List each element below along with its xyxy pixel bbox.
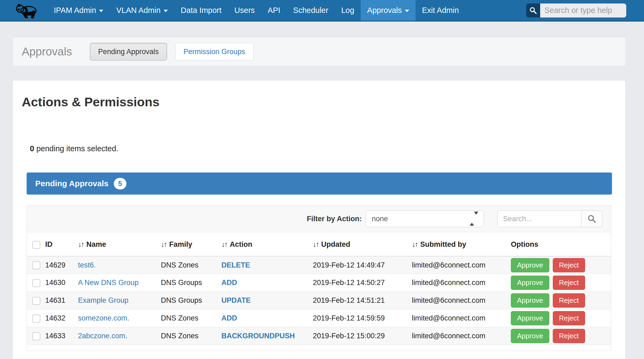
table-search-group bbox=[497, 210, 602, 227]
cell-action: DELETE bbox=[221, 261, 250, 269]
cell-action: BACKGROUNDPUSH bbox=[221, 332, 295, 340]
tab-permission-groups[interactable]: Permission Groups bbox=[175, 43, 254, 61]
top-navbar: IPAM Admin VLAN Admin Data Import Users … bbox=[0, 0, 644, 22]
table-search-button[interactable] bbox=[581, 210, 602, 227]
col-header-options: Options bbox=[511, 232, 611, 256]
filter-bar: Filter by Action: none bbox=[27, 206, 611, 232]
nav-item-api[interactable]: API bbox=[261, 0, 287, 21]
nav-item-approvals[interactable]: Approvals bbox=[361, 0, 416, 21]
col-header-name[interactable]: ↓↑Name bbox=[78, 232, 161, 256]
table-row: 14629 test6. DNS Zones DELETE 2019-Feb-1… bbox=[27, 256, 611, 274]
reject-button[interactable]: Reject bbox=[553, 329, 585, 343]
pending-count-badge: 5 bbox=[114, 178, 126, 189]
cell-name-link[interactable]: test6. bbox=[78, 261, 96, 269]
cell-updated: 2019-Feb-12 14:50:27 bbox=[313, 274, 412, 292]
cell-id: 14633 bbox=[45, 327, 78, 345]
reject-button[interactable]: Reject bbox=[553, 258, 585, 272]
table-header-row: ID ↓↑Name ↓↑Family ↓↑Action ↓↑Updated ↓↑… bbox=[27, 232, 611, 256]
filter-by-action-label: Filter by Action: bbox=[307, 215, 362, 223]
caret-down-icon bbox=[164, 10, 168, 12]
approve-button[interactable]: Approve bbox=[511, 276, 549, 290]
cell-family: DNS Groups bbox=[161, 292, 221, 309]
cell-submitted-by: limited@6connect.com bbox=[412, 274, 511, 292]
row-checkbox[interactable] bbox=[32, 261, 40, 269]
cell-id: 14630 bbox=[45, 274, 78, 292]
cell-family: DNS Zones bbox=[161, 327, 221, 345]
search-icon[interactable] bbox=[526, 3, 540, 17]
pending-approvals-titlebar: Pending Approvals 5 bbox=[27, 173, 612, 195]
pending-approvals-table: ID ↓↑Name ↓↑Family ↓↑Action ↓↑Updated ↓↑… bbox=[27, 232, 611, 345]
nav-menu: IPAM Admin VLAN Admin Data Import Users … bbox=[47, 0, 465, 21]
col-header-action[interactable]: ↓↑Action bbox=[221, 232, 313, 256]
approvals-table-container: Filter by Action: none bbox=[27, 205, 611, 351]
nav-item-vlan-admin[interactable]: VLAN Admin bbox=[110, 0, 174, 21]
filter-action-selected-value: none bbox=[372, 215, 388, 223]
sort-icon: ↓↑ bbox=[221, 240, 227, 248]
cell-name-link[interactable]: A New DNS Group bbox=[78, 279, 139, 287]
page-header-strip: Approvals Pending Approvals Permission G… bbox=[12, 37, 626, 66]
page-title: Approvals bbox=[22, 45, 72, 58]
cell-submitted-by: limited@6connect.com bbox=[412, 309, 511, 327]
table-footer-spacer bbox=[27, 345, 611, 351]
select-all-checkbox[interactable] bbox=[32, 241, 40, 249]
cell-updated: 2019-Feb-12 15:00:29 bbox=[313, 327, 412, 345]
main-panel: Actions & Permissions 0 pending items se… bbox=[12, 80, 626, 359]
cell-updated: 2019-Feb-12 14:51:21 bbox=[313, 292, 412, 309]
sort-icon: ↓↑ bbox=[161, 240, 167, 248]
nav-item-data-import[interactable]: Data Import bbox=[174, 0, 228, 21]
approve-button[interactable]: Approve bbox=[511, 293, 549, 308]
cell-submitted-by: limited@6connect.com bbox=[412, 256, 511, 274]
table-search-input[interactable] bbox=[497, 210, 581, 227]
reject-button[interactable]: Reject bbox=[553, 293, 585, 308]
caret-down-icon bbox=[99, 10, 103, 12]
panda-logo-icon bbox=[13, 0, 40, 21]
nav-item-scheduler[interactable]: Scheduler bbox=[287, 0, 335, 21]
sort-icon: ↓↑ bbox=[78, 240, 84, 248]
selected-count-line: 0 pending items selected. bbox=[30, 144, 625, 153]
col-header-updated[interactable]: ↓↑Updated bbox=[313, 232, 412, 256]
approve-button[interactable]: Approve bbox=[511, 329, 549, 343]
cell-family: DNS Groups bbox=[161, 274, 221, 292]
nav-item-log[interactable]: Log bbox=[335, 0, 360, 21]
select-updown-icon bbox=[470, 215, 478, 223]
approve-button[interactable]: Approve bbox=[511, 311, 549, 325]
panel-title: Pending Approvals bbox=[35, 179, 108, 188]
cell-action: ADD bbox=[221, 314, 237, 322]
sort-icon: ↓↑ bbox=[412, 240, 417, 248]
tab-pending-approvals[interactable]: Pending Approvals bbox=[90, 43, 167, 61]
cell-submitted-by: limited@6connect.com bbox=[412, 292, 511, 309]
global-search bbox=[526, 3, 626, 17]
filter-action-select[interactable]: none bbox=[366, 210, 484, 227]
nav-item-exit-admin[interactable]: Exit Admin bbox=[416, 0, 465, 21]
nav-item-ipam-admin[interactable]: IPAM Admin bbox=[47, 0, 110, 21]
col-header-submitted-by[interactable]: ↓↑Submitted by bbox=[412, 232, 511, 256]
caret-down-icon bbox=[405, 10, 409, 12]
table-row: 14630 A New DNS Group DNS Groups ADD 201… bbox=[27, 274, 611, 292]
row-checkbox[interactable] bbox=[32, 297, 40, 305]
cell-submitted-by: limited@6connect.com bbox=[412, 327, 511, 345]
cell-action: ADD bbox=[221, 279, 237, 287]
cell-name-link[interactable]: somezone.com. bbox=[78, 314, 129, 322]
selected-count-text: pending items selected. bbox=[36, 144, 118, 153]
cell-family: DNS Zones bbox=[161, 309, 221, 327]
table-row: 14632 somezone.com. DNS Zones ADD 2019-F… bbox=[27, 309, 611, 327]
reject-button[interactable]: Reject bbox=[553, 276, 585, 290]
cell-name-link[interactable]: 2abczone.com. bbox=[78, 332, 127, 340]
global-search-input[interactable] bbox=[540, 3, 626, 17]
cell-name-link[interactable]: Example Group bbox=[78, 296, 129, 304]
reject-button[interactable]: Reject bbox=[553, 311, 585, 325]
nav-item-users[interactable]: Users bbox=[228, 0, 261, 21]
cell-id: 14629 bbox=[45, 256, 78, 274]
approve-button[interactable]: Approve bbox=[511, 258, 549, 272]
cell-id: 14632 bbox=[45, 309, 78, 327]
table-row: 14633 2abczone.com. DNS Zones BACKGROUND… bbox=[27, 327, 611, 345]
cell-action: UPDATE bbox=[221, 296, 251, 304]
row-checkbox[interactable] bbox=[32, 315, 40, 323]
table-row: 14631 Example Group DNS Groups UPDATE 20… bbox=[27, 292, 611, 309]
col-header-id: ID bbox=[45, 232, 78, 256]
row-checkbox[interactable] bbox=[32, 332, 40, 340]
col-header-family[interactable]: ↓↑Family bbox=[161, 232, 221, 256]
row-checkbox[interactable] bbox=[32, 279, 40, 287]
cell-updated: 2019-Feb-12 14:49:47 bbox=[313, 256, 412, 274]
section-heading: Actions & Permissions bbox=[22, 80, 625, 109]
